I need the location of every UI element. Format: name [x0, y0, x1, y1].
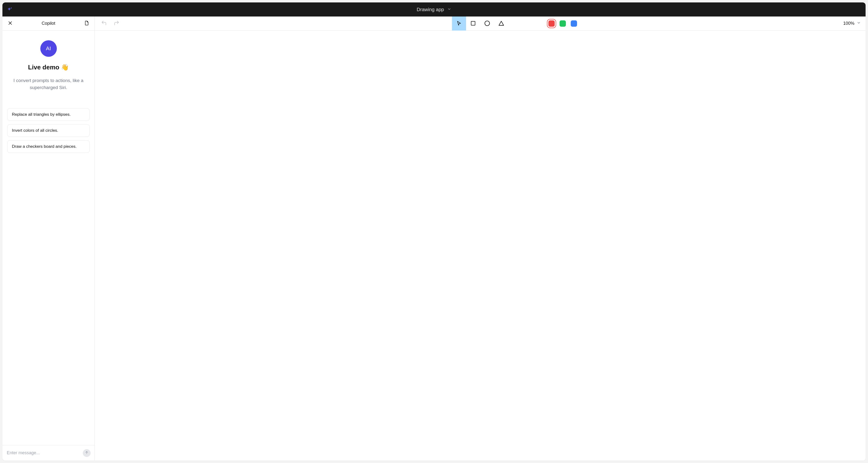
- ai-avatar: AI: [40, 40, 57, 57]
- chevron-down-icon: [857, 21, 861, 26]
- sidebar-title: Copilot: [41, 21, 55, 26]
- message-input[interactable]: [7, 451, 81, 456]
- svg-rect-3: [471, 21, 475, 25]
- close-button[interactable]: [7, 20, 13, 27]
- suggestion-item[interactable]: Draw a checkers board and pieces.: [7, 140, 90, 153]
- redo-icon: [114, 20, 120, 27]
- shape-tools-group: [452, 16, 508, 30]
- main-area: Copilot AI Live demo 👋 I convert prompts…: [2, 16, 866, 461]
- zoom-label: 100%: [843, 21, 855, 26]
- undo-icon: [101, 20, 107, 27]
- title-bar: Drawing app: [2, 2, 866, 16]
- welcome-title: Live demo 👋: [28, 64, 69, 71]
- app-window: Drawing app Copilot: [2, 2, 866, 461]
- color-group: [548, 16, 577, 30]
- ai-avatar-label: AI: [46, 45, 51, 52]
- sidebar-header: Copilot: [2, 16, 94, 31]
- arrow-up-icon: [85, 451, 89, 455]
- triangle-icon: [498, 20, 504, 27]
- message-input-row: [2, 445, 94, 461]
- drawing-canvas[interactable]: [95, 31, 866, 461]
- triangle-tool[interactable]: [494, 16, 508, 31]
- app-title-dropdown[interactable]: Drawing app: [417, 7, 451, 12]
- color-swatch-red[interactable]: [548, 21, 555, 27]
- new-document-button[interactable]: [83, 20, 90, 27]
- zoom-control[interactable]: 100%: [843, 16, 866, 30]
- welcome-description: I convert prompts to actions, like a sup…: [10, 77, 87, 91]
- undo-button[interactable]: [98, 19, 110, 28]
- send-button[interactable]: [83, 449, 91, 457]
- history-group: [95, 16, 122, 30]
- app-title: Drawing app: [417, 7, 444, 12]
- circle-icon: [484, 20, 490, 27]
- copilot-sidebar: Copilot AI Live demo 👋 I convert prompts…: [2, 16, 95, 461]
- toolbar: 100%: [95, 16, 866, 31]
- rectangle-tool[interactable]: [466, 16, 480, 31]
- color-swatch-green[interactable]: [560, 21, 566, 27]
- canvas-area: 100%: [95, 16, 866, 461]
- close-icon: [8, 21, 12, 26]
- sidebar-body: AI Live demo 👋 I convert prompts to acti…: [2, 31, 94, 445]
- svg-point-4: [485, 21, 490, 26]
- circle-tool[interactable]: [480, 16, 494, 31]
- suggestion-list: Replace all triangles by ellipses. Inver…: [7, 108, 90, 153]
- rectangle-icon: [470, 21, 476, 27]
- sparkle-icon: [7, 6, 12, 12]
- pointer-tool[interactable]: [452, 16, 466, 31]
- suggestion-item[interactable]: Invert colors of all circles.: [7, 124, 90, 137]
- color-swatch-blue[interactable]: [571, 21, 577, 27]
- chevron-down-icon: [447, 7, 451, 12]
- pointer-icon: [456, 21, 462, 27]
- suggestion-item[interactable]: Replace all triangles by ellipses.: [7, 108, 90, 121]
- redo-button[interactable]: [111, 19, 122, 28]
- document-icon: [84, 21, 89, 27]
